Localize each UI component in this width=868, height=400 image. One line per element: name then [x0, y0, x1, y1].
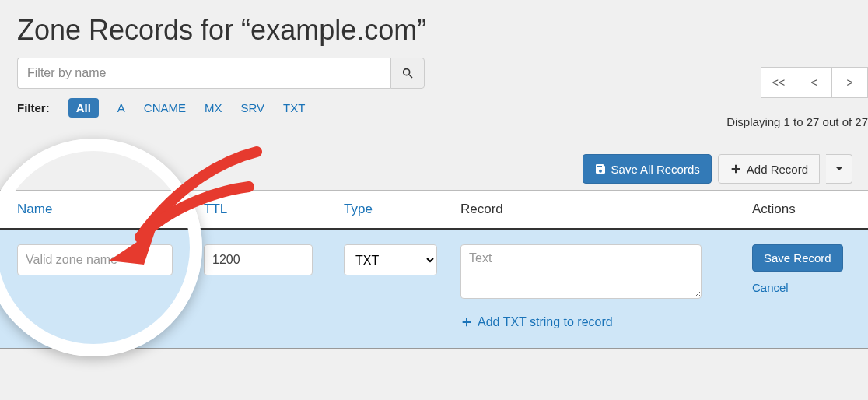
svg-point-0 — [404, 69, 410, 75]
filter-option-txt[interactable]: TXT — [283, 101, 305, 114]
page-title: Zone Records for “example.com” — [17, 14, 868, 47]
pager-prev-button[interactable]: < — [796, 67, 832, 98]
add-record-label: Add Record — [747, 163, 808, 176]
add-record-dropdown[interactable] — [826, 154, 852, 184]
column-header-record: Record — [460, 202, 737, 217]
search-button[interactable] — [390, 58, 425, 89]
displaying-text: Displaying 1 to 27 out of 27 — [726, 115, 868, 128]
column-header-ttl[interactable]: TTL — [204, 202, 344, 217]
save-all-records-button[interactable]: Save All Records — [583, 154, 712, 184]
filter-option-srv[interactable]: SRV — [241, 101, 265, 114]
filter-label: Filter: — [17, 101, 50, 114]
ttl-input[interactable] — [204, 244, 313, 275]
plus-icon — [460, 316, 473, 328]
column-header-name[interactable]: Name — [17, 202, 204, 217]
save-record-button[interactable]: Save Record — [752, 244, 843, 272]
pager: << < > — [761, 67, 868, 98]
zone-name-input[interactable] — [17, 244, 173, 275]
column-header-actions: Actions — [737, 202, 868, 217]
record-textarea[interactable] — [460, 244, 702, 299]
save-all-label: Save All Records — [611, 163, 700, 176]
filter-option-a[interactable]: A — [117, 101, 125, 114]
filter-all[interactable]: All — [68, 98, 99, 118]
caret-down-icon — [833, 163, 845, 175]
add-record-button[interactable]: Add Record — [718, 154, 820, 184]
filter-option-mx[interactable]: MX — [205, 101, 222, 114]
search-icon — [401, 67, 414, 79]
type-select[interactable]: TXT — [344, 244, 437, 275]
svg-line-1 — [409, 75, 412, 78]
add-txt-string-link[interactable]: Add TXT string to record — [460, 315, 613, 329]
filter-by-name-input[interactable] — [17, 58, 390, 89]
record-edit-row: TXT Add TXT string to record Save Record… — [0, 230, 868, 349]
records-table: Name TTL Type Record Actions TXT Add TXT… — [0, 190, 868, 349]
pager-next-button[interactable]: > — [832, 67, 868, 98]
column-header-type[interactable]: Type — [344, 202, 460, 217]
plus-icon — [730, 163, 742, 175]
cancel-link[interactable]: Cancel — [752, 281, 868, 294]
pager-first-button[interactable]: << — [761, 67, 796, 98]
filter-option-cname[interactable]: CNAME — [144, 101, 186, 114]
add-txt-label: Add TXT string to record — [478, 315, 613, 329]
save-icon — [594, 163, 607, 175]
